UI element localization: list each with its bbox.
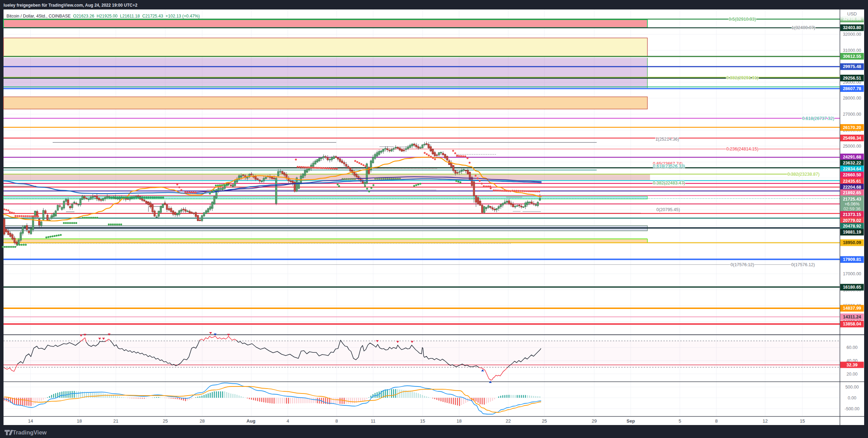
svg-text:Aug: Aug xyxy=(246,418,255,424)
svg-text:+6.06%: +6.06% xyxy=(844,202,860,207)
svg-text:32403.80: 32403.80 xyxy=(843,25,861,30)
svg-text:17000.00: 17000.00 xyxy=(843,271,861,276)
svg-text:28607.78: 28607.78 xyxy=(843,86,861,91)
svg-text:17909.81: 17909.81 xyxy=(843,257,861,262)
svg-text:Sep: Sep xyxy=(627,418,635,424)
svg-text:25000.00: 25000.00 xyxy=(843,144,861,149)
svg-text:14311.24: 14311.24 xyxy=(843,315,861,319)
svg-text:26170.20: 26170.20 xyxy=(843,125,861,130)
svg-text:0(17576.12): 0(17576.12) xyxy=(791,262,815,267)
svg-text:0.382(22483.47): 0.382(22483.47) xyxy=(653,181,685,186)
svg-text:30612.55: 30612.55 xyxy=(843,54,861,59)
svg-text:16180.65: 16180.65 xyxy=(843,285,861,290)
svg-text:0(20795.45): 0(20795.45) xyxy=(656,207,680,212)
svg-text:14: 14 xyxy=(28,418,33,424)
svg-text:20478.92: 20478.92 xyxy=(843,224,861,229)
svg-text:18: 18 xyxy=(457,418,462,424)
svg-text:0(17576.12): 0(17576.12) xyxy=(730,262,754,267)
svg-text:19881.19: 19881.19 xyxy=(843,230,861,235)
svg-text:24291.68: 24291.68 xyxy=(843,155,861,160)
svg-text:29975.48: 29975.48 xyxy=(843,64,861,69)
svg-text:02:59:36: 02:59:36 xyxy=(843,207,861,211)
svg-text:21: 21 xyxy=(113,418,118,424)
svg-text:4: 4 xyxy=(286,418,289,424)
svg-text:32938.86: 32938.86 xyxy=(843,16,861,21)
svg-text:11: 11 xyxy=(371,418,376,424)
svg-text:21725.43: 21725.43 xyxy=(843,197,861,202)
svg-text:1(25214.36): 1(25214.36) xyxy=(655,137,679,142)
svg-text:15: 15 xyxy=(420,418,425,424)
svg-text:29: 29 xyxy=(592,418,597,424)
svg-text:21892.65: 21892.65 xyxy=(843,190,861,195)
svg-text:0.382(29291.91): 0.382(29291.91) xyxy=(726,75,758,80)
svg-text:18950.09: 18950.09 xyxy=(843,240,861,245)
svg-text:0.5(32910.93): 0.5(32910.93) xyxy=(729,17,756,22)
svg-text:32000.00: 32000.00 xyxy=(843,32,861,37)
svg-text:20.00: 20.00 xyxy=(847,372,857,377)
svg-text:60.00: 60.00 xyxy=(847,345,857,350)
svg-text:28: 28 xyxy=(200,418,205,424)
svg-text:25: 25 xyxy=(163,418,168,424)
svg-text:8: 8 xyxy=(715,418,717,424)
svg-text:29256.51: 29256.51 xyxy=(843,76,861,81)
svg-text:lueley freigegeben für Trading: lueley freigegeben für TradingView.com, … xyxy=(4,3,138,8)
svg-text:25498.34: 25498.34 xyxy=(843,136,861,141)
svg-text:5: 5 xyxy=(678,418,681,424)
svg-text:TradingView: TradingView xyxy=(13,429,47,436)
svg-text:18: 18 xyxy=(77,418,82,424)
svg-text:14837.99: 14837.99 xyxy=(843,306,861,311)
svg-text:27000.00: 27000.00 xyxy=(843,112,861,117)
svg-text:22204.68: 22204.68 xyxy=(843,185,861,190)
svg-text:21373.15: 21373.15 xyxy=(843,212,861,217)
svg-text:22: 22 xyxy=(506,418,511,424)
svg-text:23632.22: 23632.22 xyxy=(843,161,861,166)
svg-text:500.00: 500.00 xyxy=(845,385,859,390)
svg-text:22660.50: 22660.50 xyxy=(843,173,861,177)
svg-text:1(32400.07): 1(32400.07) xyxy=(791,25,815,30)
svg-text:25: 25 xyxy=(542,418,547,424)
svg-text:-500.00: -500.00 xyxy=(844,406,859,411)
svg-text:22834.64: 22834.64 xyxy=(843,167,861,171)
svg-text:8: 8 xyxy=(335,418,338,424)
svg-text:32.39: 32.39 xyxy=(847,363,857,368)
svg-text:15: 15 xyxy=(800,418,805,424)
svg-text:0.00: 0.00 xyxy=(848,396,856,400)
svg-text:0.382(23238.87): 0.382(23238.87) xyxy=(787,172,820,177)
svg-text:Bitcoin / Dollar, 4Std., COINB: Bitcoin / Dollar, 4Std., COINBASE O21623… xyxy=(7,14,200,19)
svg-text:20779.02: 20779.02 xyxy=(843,218,861,223)
svg-text:28000.00: 28000.00 xyxy=(843,96,861,101)
svg-text:13858.04: 13858.04 xyxy=(843,322,861,326)
svg-text:31000.00: 31000.00 xyxy=(843,48,861,53)
svg-text:0.236(24814.15): 0.236(24814.15) xyxy=(726,147,758,151)
svg-text:0.618(23526.33): 0.618(23526.33) xyxy=(653,164,685,169)
svg-text:22435.61: 22435.61 xyxy=(843,179,861,184)
svg-text:0.618(26737.32): 0.618(26737.32) xyxy=(802,116,834,121)
svg-text:12: 12 xyxy=(763,418,768,424)
